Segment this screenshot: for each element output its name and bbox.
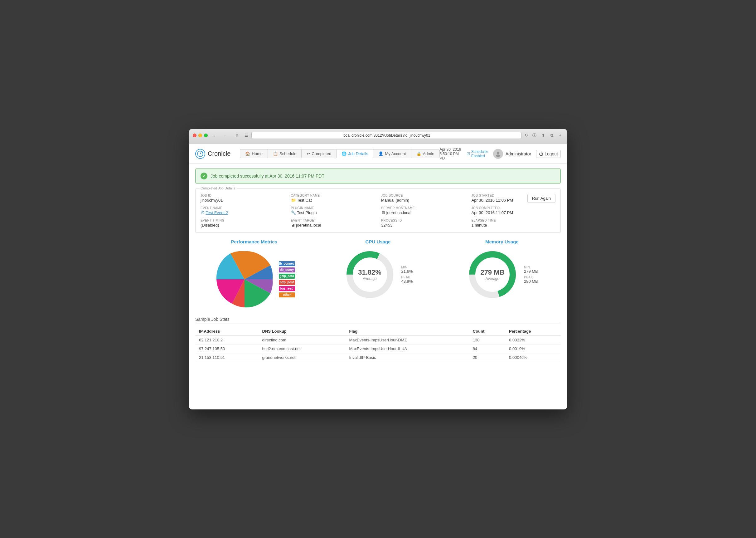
memory-donut-chart: 279 MB Average (466, 248, 519, 301)
memory-usage-title: Memory Usage (485, 239, 519, 244)
field-event-timing: EVENT TIMING (Disabled) (201, 219, 285, 228)
job-details-box: Completed Job Details Run Again JOB ID j… (195, 188, 561, 233)
field-job-completed: JOB COMPLETED Apr 30, 2016 11:07 PM (472, 206, 556, 215)
stats-section: Sample Job Stats IP Address DNS Lookup F… (195, 317, 561, 362)
stats-title: Sample Job Stats (195, 317, 561, 324)
cpu-average-value: 31.82% (358, 268, 381, 277)
cell-count: 20 (469, 353, 505, 362)
tab-completed[interactable]: ↩ Completed (301, 149, 336, 158)
check-icon: ☑ (467, 152, 470, 156)
cpu-peak: PEAK 43.9% (402, 276, 413, 284)
cpu-donut-chart: 31.82% Average (343, 248, 397, 301)
reload-button[interactable]: ☰ (243, 132, 250, 138)
job-details-icon: 🌐 (342, 151, 347, 156)
datetime: Apr 30, 2016 5:50:10 PM PDT (440, 147, 462, 160)
cell-percentage: 0.0019% (505, 344, 561, 353)
legend-other: other (279, 293, 295, 297)
table-row: 62.121.210.2 directing.com MaxEvents-Imp… (195, 336, 561, 344)
tab-view-button[interactable]: ⊞ (233, 133, 241, 138)
logout-button[interactable]: ⏻ Logout (536, 150, 561, 158)
server-icon: 🖥 (381, 210, 386, 215)
logo-icon (195, 149, 205, 159)
maximize-button[interactable] (204, 134, 208, 137)
user-info: Administrator (493, 149, 531, 159)
memory-min: MIN 279 MB (524, 266, 538, 274)
power-icon: ⏻ (539, 151, 543, 156)
job-details-title: Completed Job Details (199, 186, 236, 190)
svg-point-3 (496, 154, 500, 157)
run-again-button[interactable]: Run Again (527, 194, 555, 203)
memory-stats: MIN 279 MB PEAK 280 MB (524, 266, 538, 284)
address-bar[interactable]: local.cronicle.com:3012/#JobDetails?id=j… (251, 132, 521, 139)
success-banner: ✓ Job completed successfully at Apr 30, … (195, 169, 561, 184)
memory-donut-center: 279 MB Average (480, 268, 504, 281)
field-event-target: EVENT TARGET 🖥 joeretina.local (291, 219, 375, 228)
tab-schedule[interactable]: 📋 Schedule (267, 149, 301, 158)
memory-usage-panel: Memory Usage 279 MB Average (443, 239, 561, 310)
cell-flag: MaxEvents-ImpsUserHour-DMZ (345, 336, 469, 344)
tab-admin[interactable]: 🔒 Admin (411, 149, 440, 158)
svg-point-2 (497, 152, 499, 154)
col-dns: DNS Lookup (259, 327, 346, 336)
admin-icon: 🔒 (416, 151, 421, 156)
field-server-hostname: SERVER HOSTNAME 🖥 joeretina.local (381, 206, 465, 215)
target-icon: 🖥 (291, 223, 296, 228)
cpu-stats: MIN 21.6% PEAK 43.9% (402, 266, 413, 284)
legend-db-connect: db_connect (279, 261, 295, 266)
cell-percentage: 0.0032% (505, 336, 561, 344)
performance-metrics-title: Performance Metrics (231, 239, 277, 244)
col-percentage: Percentage (505, 327, 561, 336)
cpu-average-label: Average (358, 277, 381, 281)
cell-count: 84 (469, 344, 505, 353)
col-count: Count (469, 327, 505, 336)
scheduler-status: ☑ Scheduler Enabled (467, 149, 488, 158)
cpu-usage-panel: CPU Usage 31.82% Average (319, 239, 437, 310)
top-right: Apr 30, 2016 5:50:10 PM PDT ☑ Scheduler … (440, 147, 561, 160)
legend-gzip-data: gzip_data (279, 274, 295, 279)
memory-average-label: Average (480, 277, 504, 281)
cell-count: 138 (469, 336, 505, 344)
field-category-name: CATEGORY NAME 📁 Test Cat (291, 194, 375, 202)
cpu-donut-center: 31.82% Average (358, 268, 381, 281)
job-details-grid: JOB ID jino6chwy01 CATEGORY NAME 📁 Test … (201, 194, 555, 228)
table-row: 97.247.105.50 hsd2.nm.comcast.net MaxEve… (195, 344, 561, 353)
avatar (493, 149, 503, 159)
app-content: Cronicle 🏠 Home 📋 Schedule ↩ Completed 🌐 (189, 144, 567, 409)
traffic-lights (193, 134, 208, 137)
cell-ip: 21.153.110.51 (195, 353, 259, 362)
minimize-button[interactable] (198, 134, 202, 137)
main-content: ✓ Job completed successfully at Apr 30, … (189, 164, 567, 367)
browser-window: ‹ › ⊞ ☰ local.cronicle.com:3012/#JobDeta… (189, 129, 567, 409)
legend-db-query: db_query (279, 267, 295, 272)
event-name-link[interactable]: Test Event 2 (206, 210, 228, 215)
field-event-name: EVENT NAME ⏱ Test Event 2 (201, 206, 285, 215)
metrics-row: Performance Metrics (195, 239, 561, 310)
refresh-button[interactable]: ↻ (523, 132, 529, 138)
info-button[interactable]: ⓘ (531, 132, 538, 139)
logo-text: Cronicle (208, 150, 230, 157)
field-plugin-name: PLUGIN NAME 🔧 Test Plugin (291, 206, 375, 215)
back-button[interactable]: ‹ (210, 133, 218, 138)
performance-metrics-panel: Performance Metrics (195, 239, 313, 310)
stats-table: IP Address DNS Lookup Flag Count Percent… (195, 327, 561, 362)
success-icon: ✓ (201, 173, 208, 180)
completed-icon: ↩ (307, 151, 310, 156)
cell-ip: 62.121.210.2 (195, 336, 259, 344)
legend-log-read: log_read (279, 286, 295, 291)
forward-button[interactable]: › (221, 133, 229, 138)
new-tab-button[interactable]: + (557, 132, 563, 138)
share-button[interactable]: ⬆ (540, 132, 547, 138)
pie-legend: db_connect db_query gzip_data http_post (279, 261, 295, 297)
col-ip: IP Address (195, 327, 259, 336)
table-row: 21.153.110.51 grandnetworks.net InvalidI… (195, 353, 561, 362)
field-job-source: JOB SOURCE Manual (admin) (381, 194, 465, 202)
tab-job-details[interactable]: 🌐 Job Details (336, 149, 373, 158)
field-process-id: PROCESS ID 32453 (381, 219, 465, 228)
tab-my-account[interactable]: 👤 My Account (373, 149, 411, 158)
field-job-id: JOB ID jino6chwy01 (201, 194, 285, 202)
new-window-button[interactable]: ⧉ (548, 132, 555, 138)
table-header-row: IP Address DNS Lookup Flag Count Percent… (195, 327, 561, 336)
tab-home[interactable]: 🏠 Home (240, 149, 267, 158)
legend-http-post: http_post (279, 280, 295, 285)
close-button[interactable] (193, 134, 197, 137)
